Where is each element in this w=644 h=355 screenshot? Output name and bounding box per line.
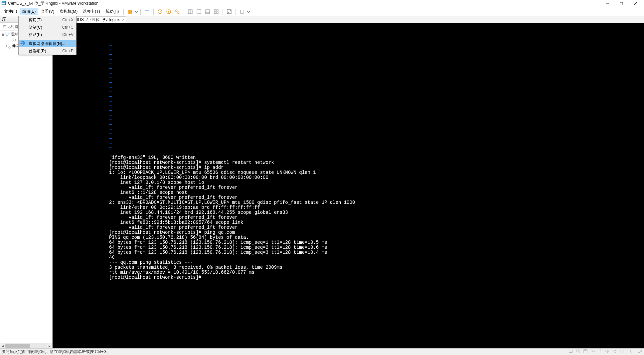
menu-help[interactable]: 帮助(H) (103, 8, 122, 15)
svg-point-45 (578, 351, 579, 352)
toolbar-separator (123, 9, 124, 15)
menu-cut-label: 剪切(T) (29, 17, 42, 23)
svg-rect-47 (584, 350, 586, 351)
edit-menu-dropdown: 剪切(T) Ctrl+X 复制(C) Ctrl+C 粘贴(P) Ctrl+V 虚… (18, 16, 77, 55)
menu-file[interactable]: 文件(F) (1, 8, 20, 15)
svg-rect-48 (591, 351, 592, 352)
svg-rect-23 (214, 10, 216, 11)
globe-icon (20, 41, 25, 47)
svg-rect-10 (146, 11, 146, 12)
close-button[interactable] (631, 1, 639, 7)
sound-icon[interactable] (605, 349, 610, 355)
svg-rect-19 (190, 10, 192, 14)
library-scrollbar-h[interactable]: ◂ ▸ (0, 343, 52, 348)
toolbar-separator (223, 9, 223, 15)
menu-preferences[interactable]: 首选项(R)... Ctrl+P (19, 47, 76, 55)
svg-point-51 (600, 349, 601, 350)
vim-tilde-column: ~~~~~~~~~~~~~~~~~~~~~~~ (109, 43, 641, 151)
scroll-track[interactable] (5, 343, 47, 348)
record-icon[interactable] (637, 349, 642, 355)
view-thumbnail-button[interactable] (195, 8, 203, 15)
library-pane: 库 × ▾ ⊟ 我的计算机 共享的虚拟机 ◂ ▸ (0, 16, 53, 348)
toolbar-separator (184, 9, 184, 15)
toolbar-separator (236, 9, 236, 15)
svg-point-43 (572, 352, 572, 352)
console-area[interactable]: ~~~~~~~~~~~~~~~~~~~~~~~ "ifcfg-ens33" 19… (53, 23, 644, 348)
floppy-icon[interactable] (583, 349, 588, 355)
menu-paste-shortcut: Ctrl+V (62, 32, 74, 37)
svg-marker-37 (13, 40, 14, 41)
window-title: CentOS_7_64 位_学习nginx - VMware Workstati… (8, 1, 603, 6)
snapshot-manager-button[interactable] (173, 8, 182, 15)
view-single-button[interactable] (186, 8, 195, 15)
svg-rect-34 (5, 33, 9, 35)
menu-prefs-shortcut: Ctrl+P (62, 49, 74, 53)
vmware-icon (1, 1, 6, 6)
pause-dropdown[interactable] (134, 8, 138, 15)
scroll-thumb[interactable] (5, 344, 30, 348)
cd-icon[interactable] (576, 349, 580, 355)
svg-rect-28 (241, 10, 244, 13)
menu-cut-shortcut: Ctrl+X (62, 18, 74, 22)
menu-prefs-label: 首选项(R)... (29, 48, 50, 54)
stretch-button[interactable] (238, 8, 246, 15)
svg-rect-4 (620, 2, 623, 5)
svg-rect-12 (148, 11, 148, 12)
message-icon[interactable] (630, 349, 635, 355)
collapse-icon[interactable]: ⊟ (1, 32, 5, 37)
usb-icon[interactable] (598, 349, 602, 355)
menu-copy-label: 复制(C) (29, 25, 42, 30)
menu-tabs[interactable]: 选项卡(T) (80, 8, 102, 15)
status-icons (568, 349, 642, 355)
svg-rect-35 (6, 36, 8, 36)
scroll-left-icon[interactable]: ◂ (0, 343, 5, 348)
view-multiple-button[interactable] (212, 8, 221, 15)
network-icon[interactable] (590, 349, 595, 355)
disk-icon[interactable] (568, 349, 573, 355)
svg-rect-24 (217, 10, 218, 11)
svg-rect-27 (227, 10, 231, 14)
menu-paste-label: 粘贴(P) (29, 32, 42, 38)
svg-rect-53 (614, 350, 615, 351)
fullscreen-button[interactable] (225, 8, 234, 15)
display-icon[interactable] (620, 349, 624, 355)
library-title: 库 (2, 16, 6, 22)
menu-cut[interactable]: 剪切(T) Ctrl+X (19, 16, 76, 24)
menu-copy[interactable]: 复制(C) Ctrl+C (19, 24, 76, 31)
scroll-right-icon[interactable]: ▸ (47, 343, 52, 348)
menu-virtual-network-editor[interactable]: 虚拟网络编辑器(N)... (19, 40, 76, 47)
main-pane: CentOS_7_64 位_学习nginx × ~~~~~~~~~~~~~~~~… (53, 16, 644, 348)
printer-icon[interactable] (612, 349, 617, 355)
menu-divider (28, 39, 76, 39)
menu-edit[interactable]: 编辑(E) (20, 8, 38, 15)
revert-snapshot-button[interactable] (164, 8, 173, 15)
menu-vm[interactable]: 虚拟机(M) (57, 8, 80, 15)
toolbar-separator (153, 9, 154, 15)
svg-rect-11 (147, 11, 147, 12)
shared-icon (6, 44, 11, 49)
vm-tab-label: CentOS_7_64 位_学习nginx (70, 17, 120, 23)
svg-rect-18 (188, 10, 190, 14)
tabs-row: CentOS_7_64 位_学习nginx × (53, 16, 644, 23)
svg-rect-55 (620, 350, 624, 352)
menubar: 文件(F) 编辑(E) 查看(V) 虚拟机(M) 选项卡(T) 帮助(H) (0, 7, 644, 16)
menu-view[interactable]: 查看(V) (38, 8, 57, 15)
tab-close-icon[interactable]: × (122, 18, 124, 22)
svg-line-17 (177, 11, 178, 12)
pause-button[interactable] (126, 8, 134, 15)
menu-vne-label: 虚拟网络编辑器(N)... (29, 41, 66, 47)
send-ctrl-alt-del-button[interactable] (143, 8, 151, 15)
maximize-button[interactable] (617, 1, 625, 7)
view-unity-button[interactable] (203, 8, 212, 15)
toolbar-separator (140, 9, 141, 15)
svg-rect-25 (214, 12, 216, 14)
minimize-button[interactable] (603, 1, 611, 7)
status-separator (627, 350, 627, 354)
stretch-dropdown[interactable] (246, 8, 250, 15)
computer-icon (5, 32, 9, 37)
svg-rect-21 (206, 10, 210, 14)
snapshot-button[interactable] (156, 8, 164, 15)
menu-paste[interactable]: 粘贴(P) Ctrl+V (19, 31, 76, 38)
svg-rect-8 (130, 10, 132, 14)
svg-rect-20 (197, 10, 201, 14)
